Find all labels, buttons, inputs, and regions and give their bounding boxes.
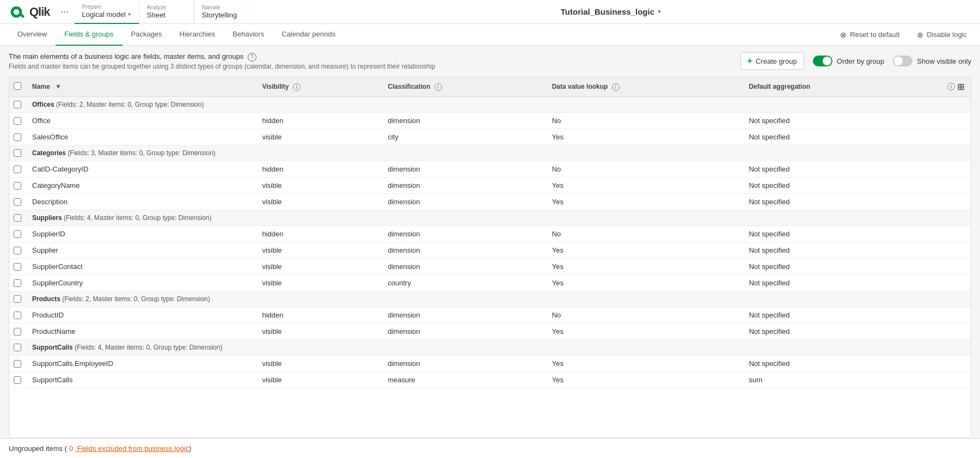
row-checkbox[interactable] xyxy=(14,360,21,368)
row-classification: measure xyxy=(381,372,545,388)
row-name: SupplierID xyxy=(26,226,255,242)
table-row[interactable]: Supplier visible dimension Yes Not speci… xyxy=(9,242,971,259)
more-options-button[interactable]: ··· xyxy=(56,6,75,17)
row-lookup: No xyxy=(546,307,743,323)
table-row[interactable]: ProductName visible dimension Yes Not sp… xyxy=(9,323,971,340)
row-checkbox[interactable] xyxy=(14,166,21,173)
row-checkbox[interactable] xyxy=(14,279,21,287)
order-by-group-toggle-row: Order by group xyxy=(813,56,884,66)
row-classification: city xyxy=(381,129,545,145)
tab-behaviors[interactable]: Behaviors xyxy=(224,24,273,46)
row-checkbox[interactable] xyxy=(14,133,21,141)
group-name-text: SupportCalls xyxy=(32,344,73,351)
app-title-chevron[interactable]: ▾ xyxy=(658,8,661,15)
row-lookup: Yes xyxy=(546,194,743,210)
table-row[interactable]: SupplierContact visible dimension Yes No… xyxy=(9,259,971,275)
row-name: ProductName xyxy=(26,323,255,340)
tab-fields-groups[interactable]: Fields & groups xyxy=(56,24,122,46)
table-row[interactable]: SupplierID hidden dimension No Not speci… xyxy=(9,226,971,242)
group-header-name: Offices (Fields: 2, Master items: 0, Gro… xyxy=(26,97,971,113)
tab-hierarchies[interactable]: Hierarchies xyxy=(171,24,224,46)
table-row[interactable]: Office hidden dimension No Not specified xyxy=(9,113,971,129)
row-name: ProductID xyxy=(26,307,255,323)
tab-packages[interactable]: Packages xyxy=(122,24,171,46)
table-row[interactable]: CategoryName visible dimension Yes Not s… xyxy=(9,178,971,194)
row-visibility: visible xyxy=(255,323,381,340)
row-checkbox[interactable] xyxy=(14,376,21,384)
group-header-checkbox[interactable] xyxy=(14,101,21,108)
table-row[interactable]: Description visible dimension Yes Not sp… xyxy=(9,194,971,210)
row-checkbox[interactable] xyxy=(14,117,21,125)
tab-calendar-periods[interactable]: Calendar periods xyxy=(273,24,344,46)
row-checkbox-cell xyxy=(9,275,26,291)
row-checkbox[interactable] xyxy=(14,247,21,254)
table-row[interactable]: ProductID hidden dimension No Not specif… xyxy=(9,307,971,323)
row-checkbox[interactable] xyxy=(14,198,21,206)
group-header-row[interactable]: Offices (Fields: 2, Master items: 0, Gro… xyxy=(9,97,971,113)
group-header-checkbox-cell xyxy=(9,340,26,356)
row-aggregation: Not specified xyxy=(742,275,971,291)
row-aggregation: Not specified xyxy=(742,356,971,372)
lookup-info-icon[interactable]: i xyxy=(612,83,620,91)
create-group-button[interactable]: + Create group xyxy=(740,52,804,70)
narrate-nav[interactable]: Narrate Storytelling xyxy=(194,0,248,24)
visibility-info-icon[interactable]: i xyxy=(293,83,301,91)
prepare-nav[interactable]: Prepare Logical model ▾ xyxy=(75,0,139,24)
table-row[interactable]: SupplierCountry visible country Yes Not … xyxy=(9,275,971,291)
table-row[interactable]: SupportCalls visible measure Yes sum xyxy=(9,372,971,388)
qlik-logo[interactable]: Qlik xyxy=(7,4,50,20)
row-name: SupplierContact xyxy=(26,259,255,275)
name-filter-icon[interactable]: ▼ xyxy=(55,83,62,90)
row-checkbox[interactable] xyxy=(14,230,21,238)
show-visible-only-label: Show visible only xyxy=(917,57,971,65)
row-checkbox-cell xyxy=(9,113,26,129)
row-checkbox-cell xyxy=(9,242,26,259)
create-group-label: Create group xyxy=(756,57,797,65)
column-visibility-icon[interactable]: ⊞ xyxy=(957,82,964,92)
group-header-row[interactable]: Products (Fields: 2, Master items: 0, Gr… xyxy=(9,291,971,307)
table-row[interactable]: SupportCalls.EmployeeID visible dimensio… xyxy=(9,356,971,372)
classification-header: Classification i xyxy=(381,77,545,97)
group-header-checkbox[interactable] xyxy=(14,149,21,157)
row-checkbox-cell xyxy=(9,178,26,194)
row-lookup: Yes xyxy=(546,178,743,194)
row-lookup: Yes xyxy=(546,323,743,340)
aggregation-info-icon[interactable]: i xyxy=(947,83,955,90)
group-header-row[interactable]: Suppliers (Fields: 4, Master items: 0, G… xyxy=(9,210,971,226)
narrate-label: Narrate xyxy=(202,4,240,11)
row-checkbox-cell xyxy=(9,161,26,178)
reset-to-default-button[interactable]: ⊗ Reset to default xyxy=(836,28,904,41)
table-row[interactable]: SalesOffice visible city Yes Not specifi… xyxy=(9,129,971,145)
table-row[interactable]: CatID-CategoryID hidden dimension No Not… xyxy=(9,161,971,178)
group-meta-text: (Fields: 2, Master items: 0, Group type:… xyxy=(62,295,210,303)
tab-overview[interactable]: Overview xyxy=(9,24,56,46)
row-checkbox[interactable] xyxy=(14,312,21,319)
show-visible-only-toggle[interactable] xyxy=(893,56,912,66)
prepare-chevron: ▾ xyxy=(128,11,131,18)
qlik-wordmark: Qlik xyxy=(29,5,50,19)
row-checkbox[interactable] xyxy=(14,328,21,335)
classification-info-icon[interactable]: i xyxy=(434,83,442,91)
row-lookup: Yes xyxy=(546,275,743,291)
analyze-nav[interactable]: Analyze Sheet xyxy=(139,0,194,24)
order-by-group-label: Order by group xyxy=(837,57,884,65)
group-header-checkbox[interactable] xyxy=(14,295,21,303)
table-scroll-area[interactable]: Name ▼ Visibility i Classification i D xyxy=(9,77,971,437)
row-classification: dimension xyxy=(381,307,545,323)
order-by-group-toggle[interactable] xyxy=(813,56,832,66)
disable-logic-button[interactable]: ⊗ Disable logic xyxy=(912,28,971,41)
group-header-row[interactable]: SupportCalls (Fields: 4, Master items: 0… xyxy=(9,340,971,356)
sub-tabs: Overview Fields & groups Packages Hierar… xyxy=(0,24,980,46)
row-name: SalesOffice xyxy=(26,129,255,145)
group-header-row[interactable]: Categories (Fields: 3, Master items: 0, … xyxy=(9,145,971,161)
group-header-checkbox[interactable] xyxy=(14,214,21,222)
group-header-checkbox[interactable] xyxy=(14,344,21,351)
info-icon-main[interactable]: ? xyxy=(248,53,256,62)
row-checkbox[interactable] xyxy=(14,263,21,271)
select-all-checkbox[interactable] xyxy=(14,82,21,90)
row-lookup: Yes xyxy=(546,129,743,145)
group-name-text: Offices xyxy=(32,101,54,108)
row-checkbox[interactable] xyxy=(14,182,21,190)
row-visibility: visible xyxy=(255,194,381,210)
group-meta-text: (Fields: 4, Master items: 0, Group type:… xyxy=(75,344,222,351)
